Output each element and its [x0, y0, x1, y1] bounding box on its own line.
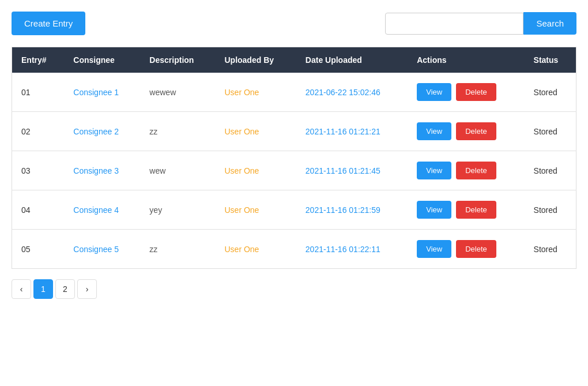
col-header-uploaded-by: Uploaded By: [215, 47, 296, 73]
col-header-status: Status: [525, 47, 576, 73]
pagination-prev[interactable]: ‹: [12, 279, 31, 299]
cell-entry: 01: [12, 73, 65, 112]
col-header-entry: Entry#: [12, 47, 65, 73]
cell-status: Stored: [525, 73, 576, 112]
table-header-row: Entry# Consignee Description Uploaded By…: [12, 47, 576, 73]
cell-actions: ViewDelete: [408, 112, 524, 151]
view-button[interactable]: View: [417, 240, 451, 258]
view-button[interactable]: View: [417, 162, 451, 179]
delete-button[interactable]: Delete: [456, 240, 496, 258]
cell-description: zz: [140, 112, 215, 151]
view-button[interactable]: View: [417, 201, 451, 219]
cell-entry: 05: [12, 230, 65, 269]
view-button[interactable]: View: [417, 83, 451, 101]
cell-actions: ViewDelete: [408, 230, 524, 268]
pagination: ‹ 1 2 ›: [12, 279, 576, 299]
col-header-description: Description: [140, 47, 215, 73]
cell-status: Stored: [525, 190, 576, 230]
pagination-page-2[interactable]: 2: [55, 279, 75, 299]
cell-uploaded-by: User One: [215, 151, 296, 190]
cell-date-uploaded: 2021-11-16 01:21:21: [296, 112, 408, 151]
cell-date-uploaded: 2021-11-16 01:21:45: [296, 151, 408, 190]
cell-status: Stored: [525, 230, 576, 269]
cell-description: zz: [140, 230, 215, 269]
cell-consignee: Consignee 3: [64, 151, 140, 190]
search-button[interactable]: Search: [523, 12, 576, 35]
cell-entry: 03: [12, 151, 65, 190]
table-row: 04Consignee 4yeyUser One2021-11-16 01:21…: [12, 190, 576, 230]
cell-uploaded-by: User One: [215, 73, 296, 112]
cell-date-uploaded: 2021-11-16 01:21:59: [296, 190, 408, 230]
cell-description: wew: [140, 151, 215, 190]
cell-actions: ViewDelete: [408, 151, 524, 190]
col-header-date-uploaded: Date Uploaded: [296, 47, 408, 73]
table-row: 02Consignee 2zzUser One2021-11-16 01:21:…: [12, 112, 576, 151]
pagination-page-1[interactable]: 1: [33, 279, 53, 299]
delete-button[interactable]: Delete: [456, 122, 496, 140]
table-row: 05Consignee 5zzUser One2021-11-16 01:22:…: [12, 230, 576, 269]
view-button[interactable]: View: [417, 122, 451, 140]
cell-consignee: Consignee 2: [64, 112, 140, 151]
cell-status: Stored: [525, 112, 576, 151]
cell-status: Stored: [525, 151, 576, 190]
delete-button[interactable]: Delete: [456, 162, 496, 179]
cell-uploaded-by: User One: [215, 190, 296, 230]
cell-uploaded-by: User One: [215, 112, 296, 151]
cell-entry: 04: [12, 190, 65, 230]
cell-description: wewew: [140, 73, 215, 112]
pagination-next[interactable]: ›: [77, 279, 97, 299]
toolbar: Create Entry Search: [12, 12, 576, 35]
cell-date-uploaded: 2021-06-22 15:02:46: [296, 73, 408, 112]
table-row: 01Consignee 1wewewUser One2021-06-22 15:…: [12, 73, 576, 112]
table-row: 03Consignee 3wewUser One2021-11-16 01:21…: [12, 151, 576, 190]
col-header-actions: Actions: [408, 47, 524, 73]
cell-description: yey: [140, 190, 215, 230]
search-input[interactable]: [385, 13, 523, 35]
delete-button[interactable]: Delete: [456, 83, 496, 101]
entries-table: Entry# Consignee Description Uploaded By…: [12, 47, 576, 269]
cell-actions: ViewDelete: [408, 73, 524, 111]
cell-date-uploaded: 2021-11-16 01:22:11: [296, 230, 408, 269]
cell-consignee: Consignee 5: [64, 230, 140, 269]
cell-entry: 02: [12, 112, 65, 151]
cell-consignee: Consignee 4: [64, 190, 140, 230]
search-area: Search: [385, 12, 576, 35]
cell-consignee: Consignee 1: [64, 73, 140, 112]
cell-uploaded-by: User One: [215, 230, 296, 269]
col-header-consignee: Consignee: [64, 47, 140, 73]
create-entry-button[interactable]: Create Entry: [12, 12, 85, 35]
cell-actions: ViewDelete: [408, 190, 524, 229]
delete-button[interactable]: Delete: [456, 201, 496, 219]
